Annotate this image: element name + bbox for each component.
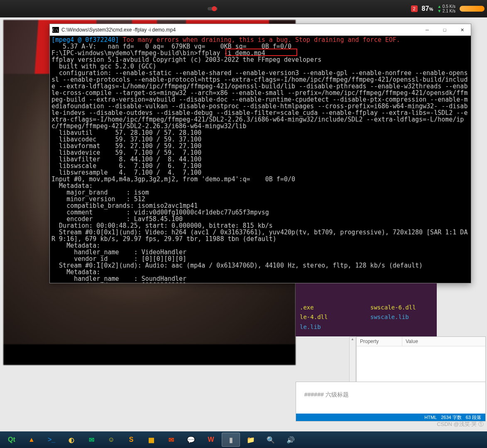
file-listing-panel: .exe swscale-6.dll le-4.dll swscale.lib …	[296, 283, 437, 336]
taskbar[interactable]: Qt▲>_◐✉☺S▦✉💬W▮📁🔍🔊	[0, 431, 487, 448]
qqmail-icon-glyph: ✉	[169, 436, 174, 444]
explorer-icon-glyph: 📁	[247, 436, 255, 444]
sublime-icon-glyph: S	[129, 436, 134, 443]
qt-icon-glyph: Qt	[8, 436, 15, 443]
status-chars: 2634 字数	[441, 414, 462, 421]
value-col[interactable]: Value	[402, 337, 421, 346]
faces-icon[interactable]: ☺	[102, 433, 120, 447]
watermark: CSDN @浅笑·哭 ①	[437, 421, 484, 428]
terminal-body: ffplay version 5.1-avbuild Copyright (c)…	[51, 56, 467, 283]
property-col[interactable]: Property	[357, 337, 402, 346]
term-blue-icon[interactable]: >_	[42, 433, 61, 447]
annotation-highlight	[225, 49, 297, 56]
term-blue-icon-glyph: >_	[48, 436, 55, 443]
editor-text[interactable]: ###### 六级标题	[296, 382, 485, 408]
chat-icon[interactable]: 💬	[182, 433, 200, 447]
sublime-icon[interactable]: S	[122, 433, 140, 447]
cmd-icon	[52, 27, 59, 33]
vlc-icon-glyph: ▲	[28, 436, 35, 443]
terminal-output[interactable]: [mpeg4 @ 0f372240] Too many errors when …	[50, 36, 471, 283]
cmd-taskbar-icon[interactable]: ▮	[222, 433, 240, 447]
cmd-window[interactable]: C:\Windows\System32\cmd.exe - ffplay -i …	[49, 24, 471, 283]
wechat-icon[interactable]: ✉	[82, 433, 100, 447]
file-item[interactable]: swscale.lib	[370, 314, 433, 322]
chrome-icon[interactable]: ◐	[62, 433, 81, 447]
file-item[interactable]: le.lib	[300, 324, 362, 332]
speaker-icon-glyph: 🔊	[286, 436, 295, 444]
window-title-path: C:\Windows\System32\cmd.exe -	[61, 27, 135, 33]
speaker-icon[interactable]: 🔊	[281, 433, 300, 447]
explorer-icon[interactable]: 📁	[242, 433, 260, 447]
wps-icon-glyph: W	[208, 436, 214, 443]
video-letterbox	[3, 344, 296, 365]
file-item[interactable]: .exe	[300, 304, 362, 313]
battery-percent: 87	[422, 5, 429, 12]
notes-icon[interactable]: ▦	[142, 433, 160, 447]
orange-pill[interactable]	[460, 6, 485, 12]
cmd-taskbar-icon-glyph: ▮	[229, 436, 233, 444]
notes-icon-glyph: ▦	[148, 436, 154, 444]
editor-statusbar: HTML 2634 字数 63 段落	[296, 414, 485, 421]
status-para: 63 段落	[466, 414, 481, 421]
status-mode: HTML	[424, 415, 437, 420]
vlc-icon[interactable]: ▲	[22, 433, 41, 447]
chrome-icon-glyph: ◐	[69, 436, 74, 444]
wps-icon[interactable]: W	[202, 433, 220, 447]
window-title-command: ffplay -i demo.mp4	[135, 27, 176, 33]
wechat-icon-glyph: ✉	[89, 436, 94, 444]
editor-panel[interactable]: ###### 六级标题 HTML 2634 字数 63 段落	[296, 382, 486, 421]
system-tray: 2 87% 0.5 K/s 2.1 K/s	[0, 0, 487, 17]
search-taskbar-icon[interactable]: 🔍	[262, 433, 280, 447]
net-down: 2.1 K/s	[437, 9, 455, 13]
titlebar[interactable]: C:\Windows\System32\cmd.exe - ffplay -i …	[50, 24, 471, 36]
property-header: Property Value	[357, 337, 485, 346]
search-taskbar-icon-glyph: 🔍	[267, 436, 275, 444]
network-speed: 0.5 K/s 2.1 K/s	[437, 4, 455, 13]
qqmail-icon[interactable]: ✉	[162, 433, 180, 447]
faces-icon-glyph: ☺	[108, 436, 115, 443]
close-button[interactable]: ✕	[453, 24, 471, 36]
file-item[interactable]: swscale-6.dll	[370, 304, 433, 313]
file-item[interactable]: le-4.dll	[300, 314, 362, 322]
slider-widget[interactable]	[208, 7, 218, 10]
notification-badge[interactable]: 2	[411, 5, 418, 12]
percent-unit: %	[429, 7, 433, 12]
maximize-button[interactable]: □	[436, 24, 453, 36]
net-up: 0.5 K/s	[437, 4, 455, 9]
qt-icon[interactable]: Qt	[2, 433, 21, 447]
chat-icon-glyph: 💬	[187, 436, 195, 444]
minimize-button[interactable]: ─	[418, 24, 436, 36]
